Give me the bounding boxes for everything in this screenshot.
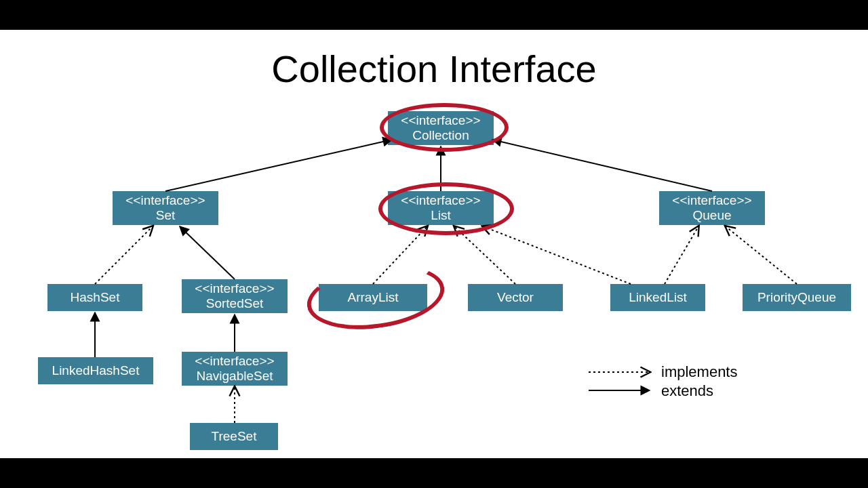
node-label: PriorityQueue xyxy=(757,290,836,305)
diagram-title: Collection Interface xyxy=(0,47,868,91)
edge-priorityqueue-queue xyxy=(726,226,797,284)
node-label: NavigableSet xyxy=(196,369,273,384)
node-priorityqueue: PriorityQueue xyxy=(743,284,851,311)
node-linkedhashset: LinkedHashSet xyxy=(38,357,153,384)
node-hashset: HashSet xyxy=(47,284,142,311)
stereotype-label: <<interface>> xyxy=(195,281,274,296)
legend-implements-label: implements xyxy=(661,363,737,381)
node-label: Queue xyxy=(692,208,731,223)
node-collection: <<interface>> Collection xyxy=(388,111,494,145)
node-list: <<interface>> List xyxy=(388,191,494,225)
node-navigableset: <<interface>> NavigableSet xyxy=(182,352,288,386)
node-arraylist: ArrayList xyxy=(319,284,427,311)
stereotype-label: <<interface>> xyxy=(125,193,205,208)
node-queue: <<interface>> Queue xyxy=(659,191,765,225)
stereotype-label: <<interface>> xyxy=(401,113,480,128)
node-label: Set xyxy=(156,208,176,223)
node-vector: Vector xyxy=(468,284,563,311)
node-label: Vector xyxy=(497,290,534,305)
edge-queue-collection xyxy=(492,140,712,191)
edge-layer xyxy=(0,30,868,458)
node-label: SortedSet xyxy=(206,296,264,311)
edge-sortedset-set xyxy=(180,226,235,279)
edge-linkedlist-list xyxy=(483,226,631,284)
node-label: TreeSet xyxy=(212,429,257,444)
stereotype-label: <<interface>> xyxy=(195,354,274,369)
edge-set-collection xyxy=(165,140,392,191)
node-label: LinkedHashSet xyxy=(52,363,140,378)
edge-vector-list xyxy=(454,226,515,284)
stereotype-label: <<interface>> xyxy=(672,193,751,208)
node-label: Collection xyxy=(412,128,469,143)
node-set: <<interface>> Set xyxy=(113,191,218,225)
node-label: LinkedList xyxy=(629,290,687,305)
edge-linkedlist-queue xyxy=(665,226,698,284)
stereotype-label: <<interface>> xyxy=(401,193,480,208)
legend-extends-label: extends xyxy=(661,382,713,400)
node-treeset: TreeSet xyxy=(190,423,278,450)
node-label: ArrayList xyxy=(348,290,399,305)
diagram-canvas: Collection Interface <<interface>> Colle… xyxy=(0,30,868,458)
edge-arraylist-list xyxy=(373,226,427,284)
node-linkedlist: LinkedList xyxy=(610,284,705,311)
edge-hashset-set xyxy=(95,226,153,284)
node-label: HashSet xyxy=(71,290,120,305)
node-sortedset: <<interface>> SortedSet xyxy=(182,279,288,313)
node-label: List xyxy=(431,208,451,223)
